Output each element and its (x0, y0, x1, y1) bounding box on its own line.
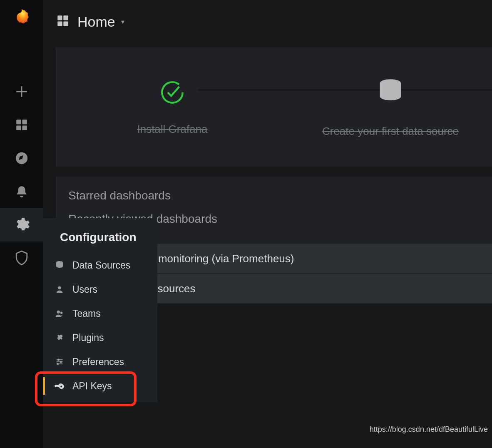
chevron-down-icon[interactable]: ▾ (121, 18, 124, 26)
flyout-item-teams[interactable]: Teams (43, 301, 157, 326)
flyout-item-preferences[interactable]: Preferences (43, 350, 157, 374)
svg-rect-2 (16, 125, 21, 130)
svg-rect-3 (22, 125, 27, 130)
sliders-icon (53, 358, 66, 366)
svg-point-15 (58, 359, 59, 360)
svg-point-19 (57, 363, 58, 364)
plug-icon (53, 333, 66, 343)
flyout-item-label: Teams (72, 308, 101, 319)
nav-explore-icon[interactable] (0, 142, 43, 175)
watermark-text: https://blog.csdn.net/dfBeautifulLive (370, 425, 488, 434)
database-icon (53, 260, 66, 270)
flyout-item-label: Users (72, 284, 97, 295)
setup-step-label: Install Grafana (137, 123, 207, 136)
user-icon (53, 285, 66, 294)
setup-step-install[interactable]: Install Grafana (56, 79, 289, 136)
key-icon (53, 381, 66, 391)
sidebar (0, 0, 43, 448)
check-circle-icon (159, 79, 186, 106)
svg-point-13 (60, 311, 63, 314)
svg-rect-6 (63, 15, 68, 20)
setup-step-label: Create your first data source (322, 125, 459, 138)
nav-alerting-icon[interactable] (0, 175, 43, 208)
svg-rect-8 (63, 21, 68, 26)
flyout-item-label: Plugins (72, 332, 104, 343)
setup-card: Install Grafana Create your first data s… (56, 47, 492, 167)
flyout-item-users[interactable]: Users (43, 277, 157, 301)
flyout-item-plugins[interactable]: Plugins (43, 326, 157, 350)
flyout-item-label: API Keys (72, 381, 112, 392)
svg-point-11 (58, 286, 61, 289)
svg-rect-7 (57, 21, 62, 26)
svg-rect-1 (22, 119, 27, 124)
configuration-flyout: Configuration Data Sources Users Teams P… (43, 218, 157, 402)
flyout-item-label: Data Sources (72, 260, 130, 271)
topbar: Home ▾ (43, 0, 492, 43)
users-icon (53, 309, 66, 318)
starred-title: Starred dashboards (68, 189, 480, 202)
setup-step-datasource[interactable]: Create your first data source (289, 77, 492, 138)
svg-rect-5 (57, 15, 62, 20)
flyout-item-label: Preferences (72, 356, 124, 368)
grafana-logo-icon[interactable] (10, 6, 33, 29)
flyout-item-api-keys[interactable]: API Keys (43, 374, 157, 398)
nav-dashboards-icon[interactable] (0, 108, 43, 142)
nav-configuration-icon[interactable] (0, 208, 43, 241)
database-icon (375, 77, 406, 108)
flyout-item-data-sources[interactable]: Data Sources (43, 253, 157, 277)
flyout-title: Configuration (43, 218, 157, 253)
nav-create-icon[interactable] (0, 75, 43, 108)
breadcrumb-title[interactable]: Home (77, 14, 115, 30)
nav-admin-icon[interactable] (0, 241, 43, 275)
svg-point-17 (60, 361, 62, 362)
svg-point-12 (57, 311, 60, 314)
svg-rect-0 (16, 119, 21, 124)
dashboard-grid-icon (56, 14, 70, 30)
